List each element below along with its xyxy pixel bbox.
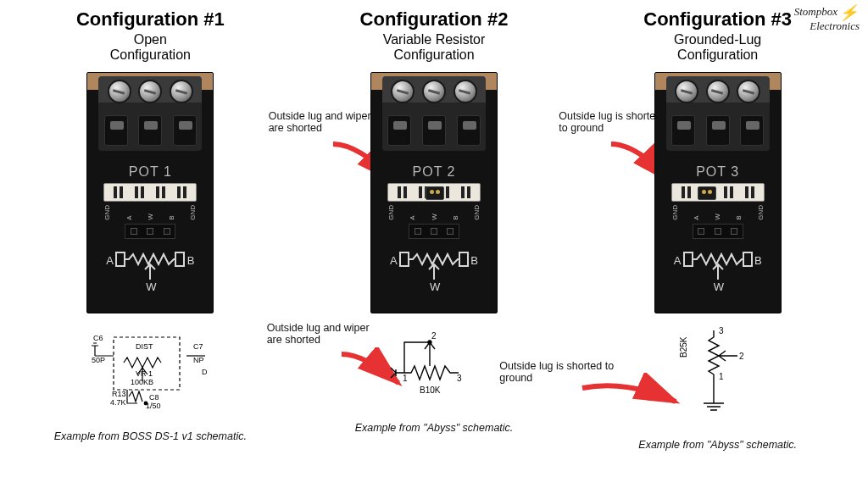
svg-text:3: 3 [719, 326, 724, 336]
svg-text:2: 2 [431, 331, 437, 341]
pin-legend: GNDAWBGND [387, 205, 481, 220]
pin-legend: GNDAWBGND [103, 205, 197, 220]
schematic-caption: Example from BOSS DS-1 v1 schematic. [54, 430, 247, 442]
svg-text:1: 1 [719, 372, 724, 381]
svg-text:1/50: 1/50 [146, 402, 161, 410]
schematic-caption: Example from "Abyss" schematic. [638, 439, 797, 451]
example-schematic: DIST VR 1 100KB C650P C7NP R134.7K C81/5… [17, 322, 284, 424]
pot-schematic-symbol: A B W [392, 251, 476, 290]
config-title: Configuration #1 [76, 8, 225, 30]
pin-header [125, 224, 175, 239]
config-subtitle: Variable ResistorConfiguration [383, 32, 486, 64]
svg-text:50P: 50P [92, 356, 105, 364]
svg-text:B25K: B25K [679, 336, 688, 358]
svg-text:D: D [202, 368, 208, 376]
configurations-row: Configuration #1 OpenConfiguration POT 1… [0, 0, 868, 451]
jumper-strip [671, 183, 765, 202]
config-title: Configuration #2 [360, 8, 509, 30]
pin-legend: GNDAWBGND [671, 205, 765, 220]
svg-rect-23 [684, 252, 693, 266]
jumper-strip [103, 183, 197, 202]
svg-rect-17 [459, 252, 468, 266]
pin-header [409, 224, 459, 239]
svg-text:C7: C7 [193, 342, 203, 351]
pot-schematic-symbol: A B W [108, 251, 192, 290]
schematic-caption: Example from "Abyss" schematic. [355, 422, 514, 434]
terminal-block [98, 76, 202, 151]
svg-text:3: 3 [457, 374, 462, 383]
pot-silkscreen-label: POT 1 [129, 164, 172, 180]
config-1: Configuration #1 OpenConfiguration POT 1… [17, 8, 284, 451]
jumper-strip [387, 183, 481, 202]
svg-rect-0 [116, 252, 125, 266]
svg-text:B10K: B10K [420, 385, 441, 395]
svg-text:4.7K: 4.7K [110, 398, 126, 407]
svg-point-18 [428, 341, 431, 344]
annotation-top: Outside lug and wiper are shorted [269, 110, 387, 135]
pcb-photo: POT 3 GNDAWBGND [654, 72, 782, 313]
pot-silkscreen-label: POT 3 [696, 164, 739, 180]
pot-schematic-symbol: A B W [676, 251, 760, 290]
svg-text:2: 2 [739, 352, 744, 361]
svg-rect-16 [400, 252, 409, 266]
jumper-cap [426, 186, 444, 200]
annotation-top: Outside lug is shorted to ground [559, 110, 669, 135]
svg-rect-1 [175, 252, 184, 266]
svg-text:R13: R13 [112, 390, 126, 398]
svg-text:VR 1: VR 1 [136, 369, 153, 378]
svg-text:DIST: DIST [136, 342, 153, 351]
config-title: Configuration #3 [643, 8, 792, 30]
jumper-cap [698, 186, 716, 200]
terminal-block [382, 76, 486, 151]
svg-text:100KB: 100KB [131, 378, 153, 386]
pin-header [693, 224, 743, 239]
config-3: Configuration #3 Grounded-LugConfigurati… [584, 8, 851, 451]
svg-text:C6: C6 [93, 334, 103, 342]
pot-silkscreen-label: POT 2 [413, 164, 456, 180]
config-subtitle: OpenConfiguration [110, 32, 191, 64]
example-schematic: 1 2 3 B25K [584, 322, 851, 432]
svg-text:NP: NP [193, 356, 204, 364]
svg-text:C8: C8 [149, 393, 159, 402]
config-subtitle: Grounded-LugConfiguration [674, 32, 761, 64]
svg-text:1: 1 [403, 374, 408, 383]
pcb-photo: POT 2 GNDAWBGND [370, 72, 498, 313]
pcb-photo: POT 1 GNDAWBGND [86, 72, 214, 313]
terminal-block [666, 76, 770, 151]
svg-rect-24 [743, 252, 752, 266]
